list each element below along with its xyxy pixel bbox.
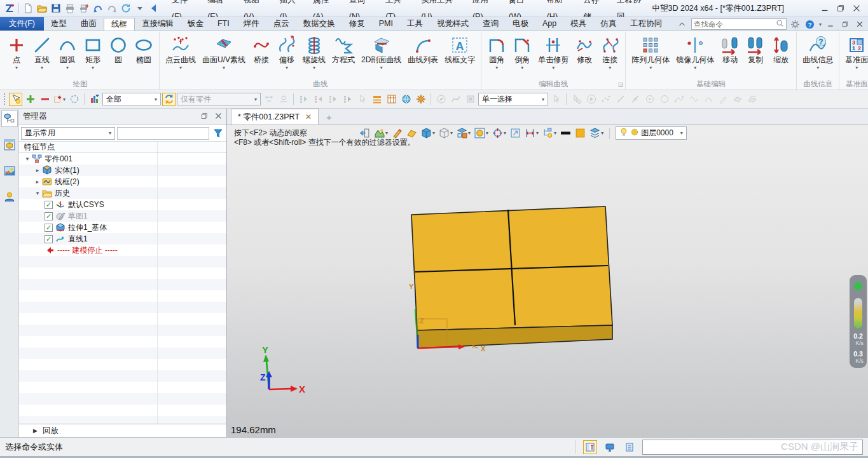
tree-checkbox[interactable]: ✓ [45,224,53,232]
search-input[interactable] [694,20,776,28]
datum-sm-icon[interactable] [406,126,417,140]
ribbon-tab-4[interactable]: 直接编辑 [135,17,181,30]
add-box-icon[interactable]: ▾ [53,93,66,106]
dropdown-caret-icon[interactable]: ▾ [41,65,43,71]
dropdown-caret-icon[interactable]: ▾ [816,65,819,71]
command-input[interactable]: CSDN @山涧果子 [642,440,863,455]
ribbon-button-offset[interactable]: 偏移▾ [274,32,300,71]
swap-scope-icon[interactable] [162,93,176,106]
pick-cursor-icon[interactable] [355,93,369,106]
ribbon-tab-13[interactable]: 视觉样式 [430,17,476,30]
sine-gray-icon[interactable] [687,93,700,106]
color-filter-icon[interactable] [88,93,101,106]
document-tab-close-icon[interactable]: ✕ [305,112,312,121]
layer-combo[interactable]: 图层0000▾ [616,126,687,140]
dropdown-caret-icon[interactable]: ▾ [649,65,652,71]
ribbon-button-point[interactable]: 点▾ [4,32,29,71]
ribbon-tab-11[interactable]: PMI [372,17,400,30]
ribbon-button-helix[interactable]: 螺旋线▾ [300,32,329,71]
ribbon-tab-0[interactable]: 文件(F) [0,17,44,30]
dropdown-caret-icon[interactable]: ▾ [313,65,315,71]
curve-gray-icon[interactable] [449,93,462,106]
doc-close-icon[interactable] [854,18,865,30]
print-add-icon[interactable] [77,1,91,15]
dropdown-caret-icon[interactable]: ▾ [521,65,523,71]
dropdown-caret-icon[interactable]: ▾ [855,65,858,71]
face-gray-icon[interactable] [731,93,744,106]
graphics-canvas[interactable]: 按下<F2> 动态的观察 <F8> 或者<Shift-roll> 查找下一个有效… [227,125,868,437]
window-minimize-icon[interactable] [820,3,830,13]
face2-gray-icon[interactable] [745,93,759,106]
print-icon[interactable] [63,1,77,15]
eraser-icon[interactable] [392,126,403,140]
pick-prev-icon[interactable] [312,93,325,106]
select-mode-combo[interactable]: 单一选择▾ [478,93,548,105]
tree-item-8[interactable]: ----- 建模停止 ----- [19,245,226,256]
swatch-black-icon[interactable] [560,126,571,140]
line-gray-icon[interactable] [614,93,627,106]
ribbon-button-curve-info[interactable]: ?曲线信息▾ [799,32,836,71]
ribbon-button-mirror[interactable]: 镜像几何体▾ [673,32,717,71]
tree-expander-icon[interactable]: ▸ [33,167,42,173]
view-orient-icon[interactable]: ▾ [457,126,471,140]
table-icon[interactable] [385,93,398,106]
circle-dot-icon[interactable] [643,93,656,106]
cursor-gray-icon[interactable] [549,93,563,106]
tree-item-6[interactable]: ✓拉伸1_基体 [19,222,226,233]
dropdown-caret-icon[interactable]: ▾ [223,65,225,71]
ribbon-button-equation[interactable]: 方程式 [329,32,358,71]
ribbon-button-circle[interactable]: 圆 [106,32,131,71]
pick-bulb-icon[interactable] [9,93,22,106]
wire-cube-icon[interactable]: ▾ [439,126,453,140]
add-icon[interactable] [24,93,37,106]
ribbon-button-move[interactable]: 移动 [717,32,743,71]
tree-search-input[interactable] [117,127,209,140]
ribbon-tab-9[interactable]: 数据交换 [296,17,342,30]
ribbon-button-fillet[interactable]: 圆角▾ [484,32,509,71]
target-icon[interactable]: ▾ [492,126,506,140]
redo-icon[interactable] [105,1,119,15]
pick-first-icon[interactable] [297,93,310,106]
dropdown-caret-icon[interactable]: ▾ [495,65,498,71]
ribbon-button-chamfer[interactable]: 倒角▾ [509,32,535,71]
window-restore-icon[interactable] [836,3,846,13]
tree-checkbox[interactable]: ✓ [45,201,53,209]
panel-restore-icon[interactable] [200,112,208,122]
dim-a-icon[interactable] [262,93,275,106]
measure-h-icon[interactable]: ▾ [525,126,539,140]
ribbon-button-modify[interactable]: 修改 [572,32,597,71]
ribbon-button-connect[interactable]: 连接▾ [597,32,623,71]
help-caret-icon[interactable]: ▾ [819,22,822,27]
ribbon-button-trim[interactable]: 单击修剪▾ [535,32,572,71]
pick-next-icon[interactable] [326,93,340,106]
tree-checkbox[interactable]: ✓ [45,212,53,220]
entity-filter-combo[interactable]: 全部▾ [102,93,161,105]
new-document-tab-icon[interactable]: + [326,111,332,125]
replay-bar[interactable]: ▶ 回放 [19,424,226,437]
tree-expander-icon[interactable]: ▸ [33,178,42,185]
nav-circle-icon[interactable] [434,93,448,106]
ribbon-tab-15[interactable]: 电极 [506,17,535,30]
ribbon-tab-3[interactable]: 线框 [104,18,135,30]
tree-item-1[interactable]: ▸实体(1) [19,165,226,176]
ribbon-button-arc[interactable]: 圆弧▾ [55,32,80,71]
spline-gray-icon[interactable] [672,93,685,106]
ribbon-tab-18[interactable]: 仿真 [593,17,623,30]
ribbon-tab-7[interactable]: 焊件 [237,17,266,30]
line2-gray-icon[interactable] [628,93,642,106]
collapse-left-icon[interactable] [147,1,161,15]
ribbon-button-copy[interactable]: 复制 [743,32,768,71]
ribbon-tab-8[interactable]: 点云 [266,17,296,30]
ribbon-button-ellipse[interactable]: 椭圆 [131,32,156,71]
ribbon-tab-2[interactable]: 曲面 [74,17,104,30]
shaded-cube-icon[interactable]: ▾ [421,126,435,140]
ribbon-tab-14[interactable]: 查询 [476,17,506,30]
tree-item-7[interactable]: ✓直线1 [19,233,226,245]
ribbon-button-datum-plane[interactable]: 312基准面▾ [842,32,868,71]
ribbon-collapse-icon[interactable] [677,18,688,30]
tree-bulb-icon[interactable]: ▾ [542,126,556,140]
ribbon-button-rect[interactable]: 矩形▾ [80,32,106,71]
ribbon-button-bridge[interactable]: 桥接 [249,32,274,71]
tree-checkbox[interactable]: ✓ [45,235,53,243]
tree-item-5[interactable]: ✓草图1 [19,210,226,222]
